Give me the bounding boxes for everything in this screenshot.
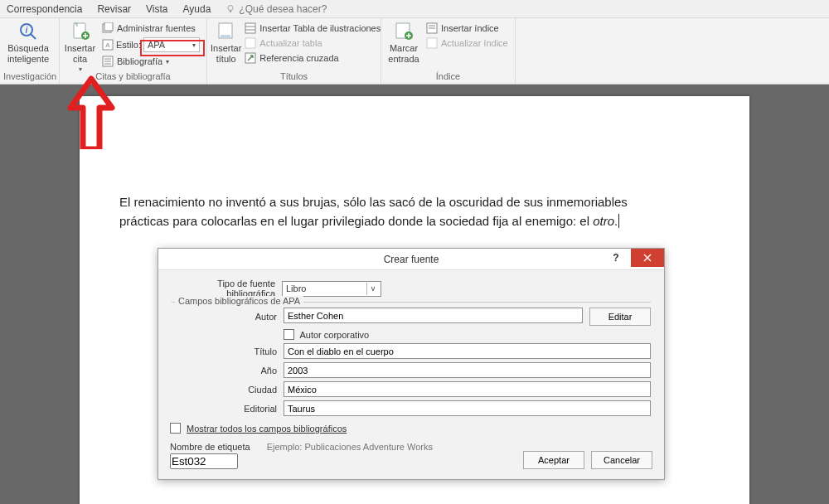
title-label: Título: [172, 346, 284, 356]
dialog-body: Tipo de fuente bibliográfica Libro v Cam…: [158, 270, 664, 479]
update-table-label: Actualizar tabla: [259, 38, 322, 48]
insert-citation-icon: [70, 22, 90, 41]
manage-sources-label: Administrar fuentes: [117, 23, 196, 33]
table-figures-label: Insertar Tabla de ilustraciones: [259, 23, 381, 33]
text-cursor: [618, 214, 619, 228]
city-label: Ciudad: [172, 385, 284, 395]
citation-style-combo[interactable]: APA ▾: [143, 37, 200, 52]
style-icon: A: [102, 39, 114, 51]
cross-ref-label: Referencia cruzada: [259, 53, 338, 63]
title-input[interactable]: [284, 343, 651, 359]
ok-button[interactable]: Aceptar: [523, 451, 584, 469]
menu-correspondencia[interactable]: Correspondencia: [7, 3, 82, 15]
lightbulb-icon: [225, 4, 235, 14]
city-input[interactable]: [284, 381, 651, 397]
update-table-button: Actualizar tabla: [241, 36, 384, 50]
update-index-icon: [426, 37, 438, 49]
cross-ref-icon: [245, 52, 256, 64]
insert-citation-button[interactable]: Insertar cita ▾: [63, 20, 97, 73]
tell-me-search[interactable]: ¿Qué desea hacer?: [225, 3, 327, 15]
chevron-down-icon: ▾: [192, 41, 196, 49]
bibliography-button[interactable]: Bibliografía ▾: [99, 55, 203, 68]
corporate-author-label: Autor corporativo: [299, 330, 369, 340]
chevron-down-icon: ▾: [166, 58, 169, 65]
svg-point-0: [228, 5, 233, 10]
svg-line-3: [31, 34, 36, 39]
insert-caption-label: Insertar título: [211, 43, 241, 64]
menu-bar: Correspondencia Revisar Vista Ayuda ¿Qué…: [0, 0, 829, 18]
manage-sources-icon: [102, 22, 114, 34]
edit-author-button[interactable]: Editar: [589, 308, 651, 326]
menu-ayuda[interactable]: Ayuda: [183, 3, 211, 15]
bibliography-label: Bibliografía: [117, 56, 162, 66]
svg-rect-8: [104, 22, 113, 31]
mark-entry-label: Marcar entrada: [388, 43, 419, 64]
cross-reference-button[interactable]: Referencia cruzada: [241, 51, 384, 65]
close-icon: [643, 254, 652, 262]
menu-revisar[interactable]: Revisar: [97, 3, 131, 15]
doc-line-2a: prácticas para colocarlas en el lugar pr…: [119, 214, 593, 228]
group-label-titulos: Títulos: [211, 71, 377, 84]
show-all-fields-checkbox[interactable]: [170, 423, 181, 434]
tagname-input[interactable]: [170, 453, 238, 469]
create-source-dialog: Crear fuente ? Tipo de fuente bibliográf…: [158, 248, 665, 480]
update-index-button: Actualizar índice: [423, 36, 511, 50]
author-input[interactable]: [284, 308, 583, 323]
menu-vista[interactable]: Vista: [146, 3, 167, 15]
svg-rect-17: [245, 23, 255, 33]
group-label-indice: Índice: [385, 71, 511, 84]
insert-citation-label: Insertar cita: [65, 43, 95, 64]
manage-sources-button[interactable]: Administrar fuentes: [99, 22, 203, 35]
author-label: Autor: [172, 312, 284, 322]
tagname-label: Nombre de etiqueta: [170, 442, 250, 452]
source-type-combo[interactable]: Libro v: [282, 281, 381, 297]
publisher-input[interactable]: [284, 400, 651, 416]
svg-text:i: i: [26, 26, 28, 35]
svg-text:A: A: [105, 41, 110, 49]
dialog-titlebar[interactable]: Crear fuente ?: [158, 249, 664, 270]
doc-line-2b: otro: [593, 214, 614, 228]
svg-rect-20: [245, 38, 255, 48]
mark-entry-icon: [394, 22, 414, 41]
insert-index-button[interactable]: Insertar índice: [423, 22, 511, 35]
dialog-title: Crear fuente: [384, 254, 439, 265]
insert-index-icon: [426, 22, 438, 34]
magnifier-info-icon: i: [18, 22, 38, 41]
tell-me-label: ¿Qué desea hacer?: [239, 3, 327, 15]
update-index-label: Actualizar índice: [441, 38, 508, 48]
smart-lookup-label: Búsqueda inteligente: [7, 43, 49, 64]
group-label-citas: Citas y bibliografía: [63, 71, 203, 84]
caption-icon: [216, 22, 236, 41]
insert-caption-button[interactable]: Insertar título: [211, 20, 241, 64]
group-citas: Insertar cita ▾ Administrar fuentes A Es…: [60, 18, 207, 84]
insert-table-figures-button[interactable]: Insertar Tabla de ilustraciones: [241, 22, 384, 35]
svg-rect-16: [221, 35, 230, 37]
year-input[interactable]: [284, 362, 651, 378]
bibliography-icon: [102, 56, 114, 67]
cancel-button[interactable]: Cancelar: [591, 451, 652, 469]
fieldset-legend: Campos bibliográficos de APA: [175, 296, 303, 306]
group-investigacion: i Búsqueda inteligente Investigación: [0, 18, 60, 84]
svg-rect-27: [427, 38, 437, 48]
document-paragraph: El renacimiento no inventó a sus brujas,…: [119, 192, 713, 231]
style-label: Estilo:: [116, 40, 141, 50]
corporate-author-checkbox[interactable]: [284, 329, 294, 340]
source-type-value: Libro: [286, 284, 306, 293]
example-text: Ejemplo: Publicaciones Adventure Works: [267, 442, 433, 452]
update-table-icon: [245, 37, 256, 49]
group-indice: Marcar entrada Insertar índice Actualiza…: [381, 18, 516, 84]
doc-line-2c: .: [614, 214, 618, 228]
dialog-help-button[interactable]: ?: [604, 249, 628, 267]
apa-fieldset: Campos bibliográficos de APA Autor Edita…: [172, 302, 651, 416]
table-figures-icon: [245, 22, 256, 34]
smart-lookup-button[interactable]: i Búsqueda inteligente: [3, 20, 53, 64]
citation-style-value: APA: [148, 40, 165, 50]
year-label: Año: [172, 366, 284, 376]
publisher-label: Editorial: [172, 404, 284, 414]
dialog-close-button[interactable]: [631, 249, 664, 267]
doc-line-1: El renacimiento no inventó a sus brujas,…: [119, 195, 628, 209]
show-all-fields-label[interactable]: Mostrar todos los campos bibliográficos: [187, 424, 347, 434]
insert-index-label: Insertar índice: [441, 23, 499, 33]
mark-entry-button[interactable]: Marcar entrada: [385, 20, 423, 64]
ribbon: i Búsqueda inteligente Investigación Ins…: [0, 18, 829, 85]
